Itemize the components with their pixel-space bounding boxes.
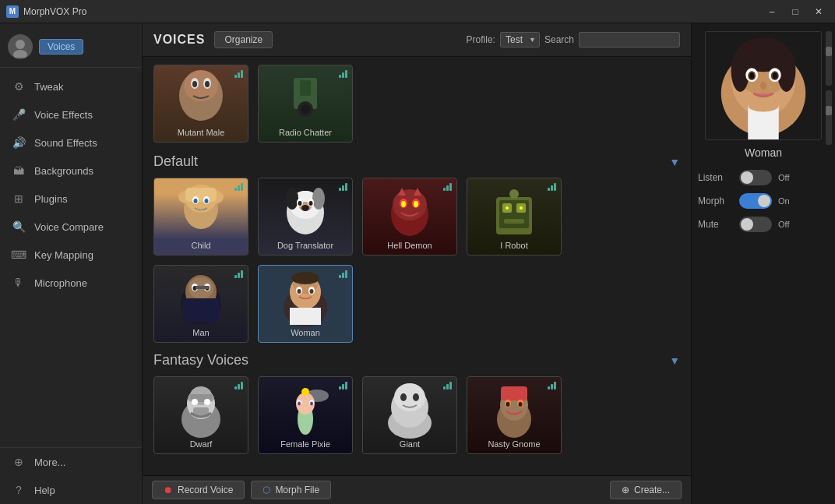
svg-point-6 — [192, 81, 197, 87]
sidebar-item-tweak[interactable]: ⚙ Tweak — [0, 72, 142, 100]
sidebar-item-key-mapping[interactable]: ⌨ Key Mapping — [0, 241, 142, 269]
bar1 — [548, 188, 550, 191]
voices-badge[interactable]: Voices — [39, 39, 83, 55]
bar2 — [446, 384, 449, 389]
morph-toggle-knob — [758, 195, 770, 207]
bar1 — [234, 75, 237, 78]
signal-bars-hell — [443, 183, 452, 191]
morph-toggle[interactable] — [739, 193, 772, 209]
bar2 — [446, 185, 449, 191]
mute-state: Off — [778, 220, 789, 229]
woman-image — [259, 269, 352, 326]
default-section-arrow[interactable]: ▼ — [669, 156, 680, 168]
mute-row: Mute Off — [698, 217, 829, 232]
app-icon: M — [6, 5, 19, 18]
fantasy-voices-row1: Dwarf — [153, 376, 680, 454]
sidebar-item-more[interactable]: ⊕ More... — [0, 448, 142, 476]
morph-file-button[interactable]: ⬡ Morph File — [251, 481, 331, 499]
voices-scroll[interactable]: Mutant Male — [143, 57, 691, 475]
voice-card-female-pixie[interactable]: Female Pixie — [258, 376, 353, 454]
svg-point-97 — [731, 49, 750, 92]
selected-voice-name: Woman — [745, 146, 782, 159]
sidebar-item-backgrounds[interactable]: 🏔 Backgrounds — [0, 157, 142, 185]
sidebar-label-backgrounds: Backgrounds — [34, 165, 93, 177]
sidebar-item-plugins[interactable]: ⊞ Plugins — [0, 185, 142, 213]
voice-card-woman[interactable]: Woman — [258, 265, 353, 343]
bar1 — [443, 188, 446, 191]
voice-compare-icon: 🔍 — [11, 219, 26, 234]
bottom-bar: ⏺ Record Voice ⬡ Morph File ⊕ Create... — [143, 475, 691, 504]
maximize-button[interactable]: □ — [785, 4, 805, 19]
bar1 — [339, 275, 341, 278]
help-icon: ? — [11, 482, 26, 498]
fantasy-section-arrow[interactable]: ▼ — [669, 354, 680, 367]
svg-point-37 — [401, 201, 406, 207]
svg-point-20 — [205, 199, 209, 203]
bar2 — [551, 384, 553, 389]
voice-card-dog-translator[interactable]: Dog Translator — [258, 178, 353, 256]
voice-card-child[interactable]: Child — [153, 178, 248, 256]
signal-bars-pixie — [339, 382, 347, 389]
sidebar-item-voice-effects[interactable]: 🎤 Voice Effects — [0, 100, 142, 129]
organize-button[interactable]: Organize — [214, 31, 273, 48]
minimize-button[interactable]: – — [762, 4, 782, 19]
mute-toggle[interactable] — [739, 217, 772, 232]
svg-rect-16 — [185, 188, 217, 202]
record-voice-label: Record Voice — [178, 485, 233, 495]
voice-card-man[interactable]: Man — [153, 265, 248, 343]
voice-card-dwarf[interactable]: Dwarf — [153, 376, 248, 454]
key-mapping-icon: ⌨ — [11, 247, 26, 263]
signal-bars-gnome — [548, 382, 556, 389]
search-input[interactable] — [579, 32, 680, 48]
bar3 — [449, 183, 452, 191]
signal-bars-man — [234, 270, 243, 278]
more-icon: ⊕ — [11, 454, 26, 470]
voice-card-nasty-gnome[interactable]: Nasty Gnome — [467, 376, 562, 454]
signal-bars-dwarf — [234, 382, 243, 389]
voice-card-giant[interactable]: Giant — [362, 376, 457, 454]
record-icon: ⏺ — [164, 485, 173, 495]
sidebar-item-voice-compare[interactable]: 🔍 Voice Compare — [0, 213, 142, 241]
man-label: Man — [189, 326, 212, 339]
mutant-male-image — [154, 69, 248, 126]
right-slider-2[interactable] — [826, 90, 832, 145]
profile-select[interactable]: Test — [500, 32, 540, 48]
giant-image — [363, 380, 456, 438]
listen-row: Listen Off — [698, 170, 829, 185]
sidebar-item-microphone[interactable]: 🎙 Microphone — [0, 269, 142, 297]
sidebar-label-voice-compare: Voice Compare — [34, 221, 104, 233]
voice-card-radio-chatter[interactable]: Radio Chatter — [258, 65, 353, 143]
child-image — [154, 182, 248, 239]
default-section-header: Default ▼ — [153, 153, 680, 170]
voice-card-i-robot[interactable]: I Robot — [467, 178, 562, 256]
svg-point-10 — [301, 104, 310, 114]
default-voices-row2: Man — [153, 265, 680, 343]
svg-rect-59 — [290, 308, 321, 325]
right-sliders — [826, 31, 832, 145]
slider-handle-2 — [826, 106, 832, 115]
listen-toggle[interactable] — [739, 170, 772, 185]
profile-label: Profile: — [467, 34, 495, 45]
svg-point-19 — [194, 199, 198, 203]
voice-card-hell-demon[interactable]: Hell Demon — [362, 178, 457, 256]
voice-card-mutant-male[interactable]: Mutant Male — [153, 65, 248, 143]
create-button[interactable]: ⊕ Create... — [610, 481, 682, 499]
i-robot-image — [467, 182, 561, 239]
sidebar-item-help[interactable]: ? Help — [0, 476, 142, 504]
window-controls: – □ ✕ — [762, 4, 829, 19]
sidebar-item-sound-effects[interactable]: 🔊 Sound Effects — [0, 129, 142, 157]
close-button[interactable]: ✕ — [809, 4, 829, 19]
svg-point-70 — [204, 399, 210, 405]
svg-point-107 — [748, 100, 778, 112]
sidebar-label-plugins: Plugins — [34, 193, 68, 205]
svg-point-29 — [298, 201, 302, 206]
create-label: Create... — [634, 485, 670, 495]
bar3 — [345, 70, 347, 78]
selected-voice-image — [705, 31, 822, 140]
bar3 — [449, 382, 452, 389]
sidebar-bottom: ⊕ More... ? Help — [0, 447, 142, 504]
svg-point-75 — [301, 388, 309, 396]
record-voice-button[interactable]: ⏺ Record Voice — [152, 481, 245, 499]
right-slider-1[interactable] — [826, 31, 832, 86]
svg-point-7 — [205, 81, 210, 87]
